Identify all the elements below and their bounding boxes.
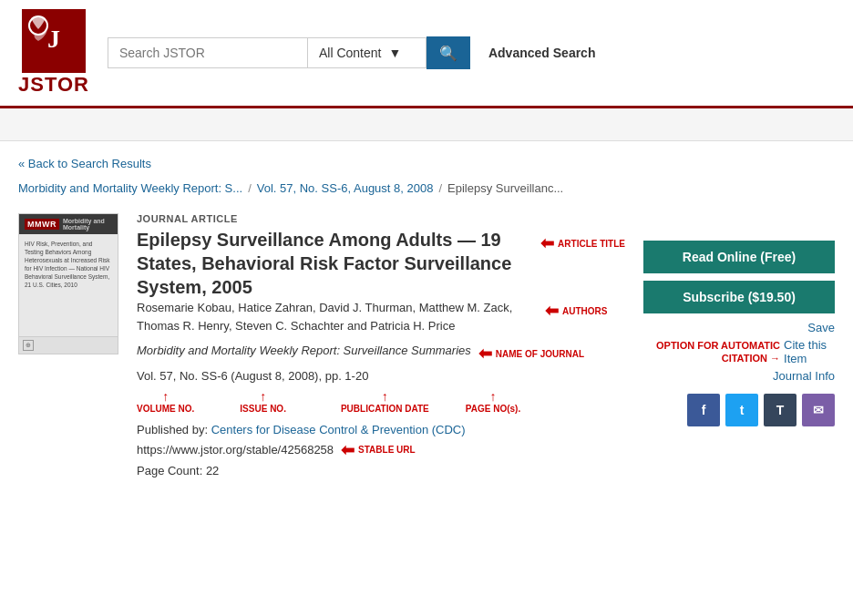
thumbnail-footer: ⊕	[19, 336, 118, 354]
article-title: Epilepsy Surveillance Among Adults — 19 …	[137, 228, 533, 299]
breadcrumb-sep-1: /	[248, 181, 252, 195]
option-auto-citation-label: OPTION FOR AUTOMATIC CITATION →	[643, 339, 780, 365]
pubdate-arrow-up: ↑	[382, 389, 388, 404]
stable-url-text: https://www.jstor.org/stable/42568258	[137, 443, 334, 457]
search-button[interactable]: 🔍	[426, 36, 470, 69]
search-input[interactable]	[108, 37, 308, 68]
back-link-area: « Back to Search Results	[0, 141, 853, 178]
read-online-button[interactable]: Read Online (Free)	[643, 241, 835, 273]
email-button[interactable]: ✉	[802, 394, 835, 426]
page-count-row: Page Count: 22	[137, 464, 625, 477]
breadcrumb-current: Epilepsy Surveillanc...	[447, 181, 563, 195]
article-thumbnail: MMWR Morbidity and Mortality HIV Risk, P…	[18, 213, 118, 354]
issue-annotation: ↑ ISSUE NO.	[240, 389, 286, 414]
published-row: Published by: Centers for Disease Contro…	[137, 423, 625, 436]
cite-row: OPTION FOR AUTOMATIC CITATION → Cite thi…	[643, 338, 835, 365]
twitter-icon: t	[740, 403, 745, 417]
red-arrow-authors: ⬅	[545, 301, 559, 321]
back-to-search-link[interactable]: « Back to Search Results	[18, 157, 151, 170]
email-icon: ✉	[813, 403, 824, 417]
page-count-text: Page Count: 22	[137, 464, 219, 477]
journal-label: ⬅ NAME OF JOURNAL	[478, 344, 584, 364]
volume-annotations: ↑ VOLUME NO. ↑ ISSUE NO. ↑ PUBLICATION D…	[137, 389, 625, 414]
search-area: All Content ▼ 🔍 Advanced Search	[108, 36, 835, 69]
journal-info-row: Journal Info	[773, 369, 835, 383]
pubdate-annotation: ↑ PUBLICATION DATE	[341, 389, 429, 414]
volume-row: Vol. 57, No. SS-6 (August 8, 2008), pp. …	[137, 367, 625, 385]
authors-label: ⬅ AUTHORS	[545, 301, 607, 321]
jstor-logo-text: JSTOR	[18, 73, 89, 97]
article-title-label: ⬅ ARTICLE TITLE	[540, 233, 625, 253]
volume-info-section: Vol. 57, No. SS-6 (August 8, 2008), pp. …	[137, 367, 625, 414]
journal-name: Morbidity and Mortality Weekly Report: S…	[137, 342, 471, 360]
article-info: Journal Article Epilepsy Surveillance Am…	[137, 213, 625, 477]
issue-arrow-up: ↑	[260, 389, 266, 404]
page-arrow-up: ↑	[489, 389, 496, 404]
right-panel: Read Online (Free) Subscribe ($19.50) Sa…	[643, 213, 835, 477]
save-link[interactable]: Save	[807, 321, 835, 334]
main-content: MMWR Morbidity and Mortality HIV Risk, P…	[0, 204, 853, 496]
article-type: Journal Article	[137, 213, 625, 224]
thumbnail-text: HIV Risk, Prevention, and Testing Behavi…	[23, 238, 114, 292]
journal-info-link[interactable]: Journal Info	[773, 369, 835, 383]
mmwr-badge: MMWR	[25, 219, 59, 230]
breadcrumb: Morbidity and Mortality Weekly Report: S…	[0, 178, 853, 204]
red-arrow-title: ⬅	[540, 233, 554, 253]
stable-url-row: https://www.jstor.org/stable/42568258 ⬅ …	[137, 440, 625, 460]
save-row: Save	[807, 321, 835, 334]
jstor-logo-icon: J	[22, 9, 86, 73]
breadcrumb-volume[interactable]: Vol. 57, No. SS-6, August 8, 2008	[257, 181, 434, 195]
tumblr-icon: T	[776, 403, 785, 417]
red-arrow-journal: ⬅	[478, 344, 492, 364]
published-by-label: Published by:	[137, 423, 211, 436]
volume-arrow-up: ↑	[162, 389, 169, 404]
social-row: f t T ✉	[643, 394, 835, 426]
thumbnail-body: HIV Risk, Prevention, and Testing Behavi…	[19, 234, 118, 336]
breadcrumb-journal[interactable]: Morbidity and Mortality Weekly Report: S…	[18, 181, 242, 195]
cite-this-item-link[interactable]: Cite this Item	[784, 338, 835, 365]
content-filter-label: All Content	[319, 46, 381, 60]
facebook-icon: f	[702, 403, 706, 417]
chevron-down-icon: ▼	[388, 46, 401, 60]
authors-text: Rosemarie Kobau, Hatice Zahran, David J.…	[137, 299, 538, 334]
title-section: Epilepsy Surveillance Among Adults — 19 …	[137, 228, 625, 299]
publisher-link[interactable]: Centers for Disease Control & Prevention…	[211, 423, 466, 436]
thumbnail-subtitle: Morbidity and Mortality	[63, 218, 112, 231]
authors-section: Rosemarie Kobau, Hatice Zahran, David J.…	[137, 299, 625, 334]
stable-url-label: ⬅ STABLE URL	[341, 440, 416, 460]
subscribe-button[interactable]: Subscribe ($19.50)	[643, 281, 835, 313]
breadcrumb-sep-2: /	[438, 181, 442, 195]
facebook-button[interactable]: f	[687, 394, 720, 426]
volume-text: Vol. 57, No. SS-6 (August 8, 2008), pp. …	[137, 367, 368, 385]
nav-bar	[0, 108, 853, 141]
tumblr-button[interactable]: T	[764, 394, 796, 426]
cdc-logo: ⊕	[23, 340, 34, 351]
red-arrow-stable: ⬅	[341, 440, 355, 460]
advanced-search-link[interactable]: Advanced Search	[488, 46, 596, 60]
save-cite-block: Save OPTION FOR AUTOMATIC CITATION → Cit…	[643, 321, 835, 383]
header: J JSTOR All Content ▼ 🔍 Advanced Search	[0, 0, 853, 108]
content-filter-dropdown[interactable]: All Content ▼	[308, 37, 426, 68]
thumbnail-header: MMWR Morbidity and Mortality	[19, 214, 118, 234]
journal-section: Morbidity and Mortality Weekly Report: S…	[137, 342, 625, 364]
logo-area: J JSTOR	[18, 9, 89, 97]
volume-annotation: ↑ VOLUME NO.	[137, 389, 194, 414]
page-annotation: ↑ PAGE NO(s).	[466, 389, 520, 414]
svg-text:J: J	[47, 25, 60, 53]
twitter-button[interactable]: t	[725, 394, 758, 426]
search-icon: 🔍	[439, 45, 457, 62]
